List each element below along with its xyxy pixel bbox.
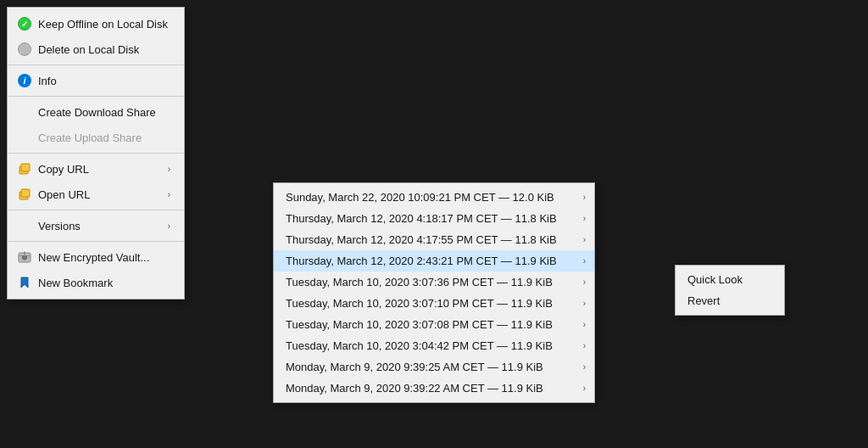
version-label-5: Tuesday, March 10, 2020 3:07:10 PM CET —… <box>286 297 553 310</box>
main-context-menu[interactable]: Keep Offline on Local Disk Delete on Loc… <box>7 7 185 300</box>
svg-rect-1 <box>21 164 30 171</box>
version-item-7[interactable]: Tuesday, March 10, 2020 3:04:42 PM CET —… <box>274 335 594 356</box>
delete-local-label: Delete on Local Disk <box>38 43 139 56</box>
create-download-label: Create Download Share <box>38 106 156 119</box>
quicklook-submenu[interactable]: Quick Look Revert <box>675 265 785 316</box>
quicklook-item-revert[interactable]: Revert <box>676 290 784 311</box>
version-item-8[interactable]: Monday, March 9, 2020 9:39:25 AM CET — 1… <box>274 356 594 378</box>
versions-arrow: › <box>151 221 170 231</box>
keep-icon <box>16 15 33 32</box>
menu-item-create-download[interactable]: Create Download Share <box>8 99 184 125</box>
info-label: Info <box>38 75 57 87</box>
vault-icon <box>16 249 33 266</box>
new-bookmark-label: New Bookmark <box>38 277 113 289</box>
copy-url-icon <box>16 160 33 177</box>
version-label-0: Sunday, March 22, 2020 10:09:21 PM CET —… <box>286 191 554 204</box>
copy-url-label: Copy URL <box>38 163 89 176</box>
no-icon-1 <box>16 104 33 120</box>
version-arrow-0: › <box>566 193 586 202</box>
version-label-3: Thursday, March 12, 2020 2:43:21 PM CET … <box>286 255 557 267</box>
version-arrow-5: › <box>566 299 586 308</box>
version-item-3[interactable]: Thursday, March 12, 2020 2:43:21 PM CET … <box>274 250 594 272</box>
no-icon-2 <box>16 129 33 146</box>
version-label-4: Tuesday, March 10, 2020 3:07:36 PM CET —… <box>286 276 553 288</box>
version-item-1[interactable]: Thursday, March 12, 2020 4:18:17 PM CET … <box>274 208 594 229</box>
version-arrow-6: › <box>566 320 586 329</box>
separator-1 <box>8 64 184 65</box>
create-upload-label: Create Upload Share <box>38 132 142 144</box>
separator-2 <box>8 96 184 97</box>
delete-icon <box>16 41 33 58</box>
versions-icon <box>16 217 33 234</box>
version-item-6[interactable]: Tuesday, March 10, 2020 3:07:08 PM CET —… <box>274 314 594 335</box>
quicklook-label: Quick Look <box>687 273 743 286</box>
version-label-2: Thursday, March 12, 2020 4:17:55 PM CET … <box>286 233 557 246</box>
versions-submenu[interactable]: Sunday, March 22, 2020 10:09:21 PM CET —… <box>273 182 595 403</box>
keep-offline-label: Keep Offline on Local Disk <box>38 18 168 31</box>
svg-rect-6 <box>24 252 25 255</box>
version-label-9: Monday, March 9, 2020 9:39:22 AM CET — 1… <box>286 382 543 395</box>
version-arrow-8: › <box>566 362 586 372</box>
svg-rect-3 <box>21 189 30 197</box>
menu-item-versions[interactable]: Versions › <box>8 213 184 238</box>
open-url-icon <box>16 186 33 203</box>
version-item-4[interactable]: Tuesday, March 10, 2020 3:07:36 PM CET —… <box>274 272 594 293</box>
version-item-9[interactable]: Monday, March 9, 2020 9:39:22 AM CET — 1… <box>274 378 594 399</box>
new-vault-label: New Encrypted Vault... <box>38 251 149 264</box>
menu-item-new-vault[interactable]: New Encrypted Vault... <box>8 244 184 270</box>
menu-item-info[interactable]: i Info <box>8 68 184 93</box>
version-item-2[interactable]: Thursday, March 12, 2020 4:17:55 PM CET … <box>274 229 594 250</box>
version-arrow-7: › <box>566 341 586 350</box>
menu-item-open-url[interactable]: Open URL › <box>8 182 184 207</box>
version-label-6: Tuesday, March 10, 2020 3:07:08 PM CET —… <box>286 318 553 331</box>
version-arrow-3: › <box>566 256 586 266</box>
version-label-8: Monday, March 9, 2020 9:39:25 AM CET — 1… <box>286 361 543 373</box>
version-arrow-2: › <box>566 235 586 244</box>
copy-url-arrow: › <box>151 165 170 174</box>
separator-5 <box>8 241 184 242</box>
version-item-5[interactable]: Tuesday, March 10, 2020 3:07:10 PM CET —… <box>274 293 594 314</box>
version-label-1: Thursday, March 12, 2020 4:18:17 PM CET … <box>286 212 557 225</box>
open-url-arrow: › <box>151 190 170 199</box>
version-arrow-9: › <box>566 384 586 393</box>
menu-item-copy-url[interactable]: Copy URL › <box>8 156 184 182</box>
version-arrow-4: › <box>566 277 586 287</box>
version-item-0[interactable]: Sunday, March 22, 2020 10:09:21 PM CET —… <box>274 187 594 208</box>
menu-item-keep-offline[interactable]: Keep Offline on Local Disk <box>8 11 184 36</box>
menu-item-delete-local[interactable]: Delete on Local Disk <box>8 36 184 62</box>
separator-4 <box>8 210 184 210</box>
bookmark-icon <box>16 274 33 291</box>
version-label-7: Tuesday, March 10, 2020 3:04:42 PM CET —… <box>286 339 553 352</box>
versions-label: Versions <box>38 220 81 232</box>
version-arrow-1: › <box>566 214 586 223</box>
revert-label: Revert <box>687 294 720 307</box>
open-url-label: Open URL <box>38 188 90 201</box>
info-icon: i <box>16 72 33 89</box>
separator-3 <box>8 153 184 154</box>
menu-item-create-upload: Create Upload Share <box>8 125 184 150</box>
quicklook-item-quicklook[interactable]: Quick Look <box>676 269 784 290</box>
menu-item-new-bookmark[interactable]: New Bookmark <box>8 270 184 295</box>
